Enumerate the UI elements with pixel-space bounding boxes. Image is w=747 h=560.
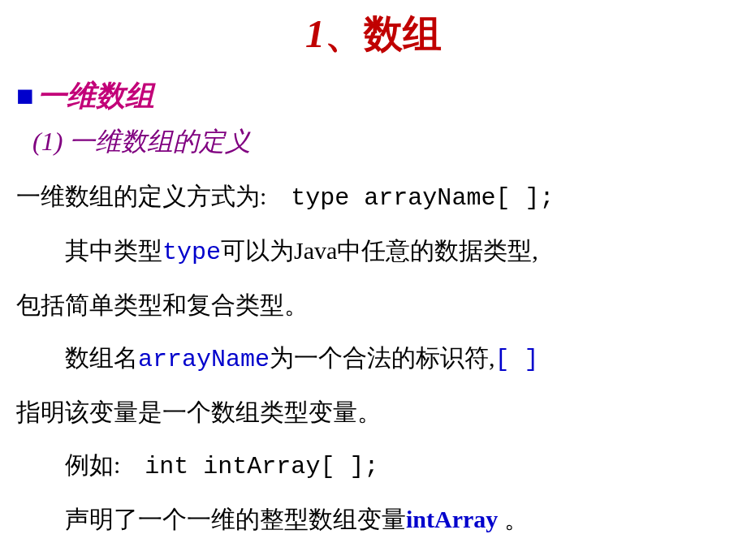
code-declaration: type arrayName[ ]; <box>291 184 554 212</box>
keyword-intarray: intArray <box>406 506 498 532</box>
code-example: int intArray[ ]; <box>145 453 378 480</box>
slide-title: 1、数组 <box>16 8 731 60</box>
title-text: 数组 <box>364 12 442 55</box>
paragraph-3: 包括简单类型和复合类型。 <box>16 281 731 330</box>
text-type-prefix: 其中类型 <box>65 237 162 264</box>
text-declares: 声明了一个一维的整型数组变量 <box>65 506 406 532</box>
subsection-number: (1) <box>32 127 63 156</box>
keyword-type: type <box>162 239 221 266</box>
paragraph-2: 其中类型type可以为Java中任意的数据类型, <box>16 226 731 277</box>
text-period: 。 <box>498 506 529 532</box>
keyword-brackets: [ ] <box>495 346 539 373</box>
bullet-icon: ■ <box>16 80 34 112</box>
text-arrayname-suffix: 为一个合法的标识符, <box>270 344 495 371</box>
text-type-suffix: 可以为Java中任意的数据类型, <box>221 237 538 264</box>
text-arrayname-prefix: 数组名 <box>65 344 138 371</box>
paragraph-5: 指明该变量是一个数组类型变量。 <box>16 388 731 437</box>
subsection-title: 一维数组的定义 <box>69 127 251 156</box>
text-definition-intro: 一维数组的定义方式为: <box>16 183 291 209</box>
paragraph-1: 一维数组的定义方式为: type arrayName[ ]; <box>16 172 731 222</box>
text-indicates: 指明该变量是一个数组类型变量。 <box>16 398 382 425</box>
paragraph-7: 声明了一个一维的整型数组变量intArray 。 <box>16 495 731 544</box>
body-content: 一维数组的定义方式为: type arrayName[ ]; 其中类型type可… <box>16 172 731 544</box>
section-header: ■一维数组 <box>16 76 731 116</box>
section-title: 一维数组 <box>37 80 154 112</box>
title-number: 1 <box>305 12 325 55</box>
paragraph-6: 例如: int intArray[ ]; <box>16 441 731 491</box>
paragraph-4: 数组名arrayName为一个合法的标识符,[ ] <box>16 334 731 384</box>
keyword-arrayname: arrayName <box>138 346 270 373</box>
text-includes: 包括简单类型和复合类型。 <box>16 291 309 318</box>
subsection-header: (1) 一维数组的定义 <box>32 124 731 160</box>
text-example-prefix: 例如: <box>65 451 145 478</box>
title-separator: 、 <box>325 12 364 55</box>
